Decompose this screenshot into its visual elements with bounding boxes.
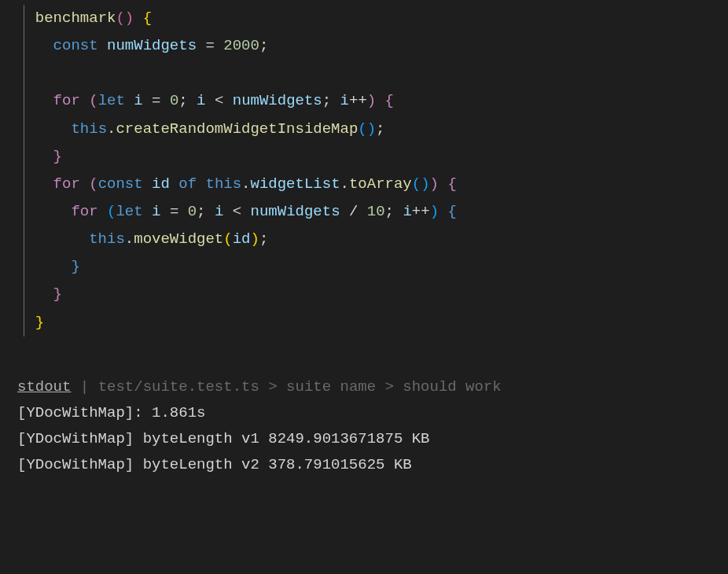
paren-close: ) xyxy=(250,230,259,248)
test-path: test/suite.test.ts > suite name > should… xyxy=(98,378,502,396)
operator-eq: = xyxy=(170,203,178,220)
variable: numWidgets xyxy=(233,92,322,109)
number: 10 xyxy=(367,203,385,220)
paren-open: ( xyxy=(358,120,366,138)
paren-open: ( xyxy=(116,9,124,27)
brace-open: { xyxy=(385,92,394,109)
dot: . xyxy=(340,175,349,193)
operator-div: / xyxy=(349,203,358,220)
operator-eq: = xyxy=(152,92,160,109)
brace-close: } xyxy=(53,285,62,303)
variable: i xyxy=(197,92,205,109)
code-line[interactable]: for (let i = 0; i < numWidgets / 10; i++… xyxy=(17,198,728,226)
method-call: toArray xyxy=(349,175,412,193)
paren-close: ) xyxy=(421,175,429,193)
operator-lt: < xyxy=(233,203,241,220)
variable: i xyxy=(152,203,160,220)
argument: id xyxy=(233,230,251,248)
brace-close: } xyxy=(35,314,44,331)
variable: i xyxy=(134,92,142,109)
keyword-for: for xyxy=(53,92,80,109)
keyword-this: this xyxy=(89,230,125,248)
code-line[interactable]: } xyxy=(17,309,728,337)
number: 0 xyxy=(170,92,178,109)
code-line[interactable]: const numWidgets = 2000; xyxy=(17,32,728,60)
keyword-const: const xyxy=(53,37,98,54)
code-line[interactable]: benchmark() { xyxy=(17,5,728,32)
paren-close: ) xyxy=(430,175,439,193)
method-call: moveWidget xyxy=(134,230,223,248)
variable: numWidgets xyxy=(251,203,340,220)
keyword-let: let xyxy=(98,92,125,109)
code-line[interactable]: for (let i = 0; i < numWidgets; i++) { xyxy=(17,87,728,115)
paren-open: ( xyxy=(223,230,232,248)
variable: numWidgets xyxy=(107,37,197,54)
semicolon: ; xyxy=(259,230,268,248)
keyword-this: this xyxy=(71,120,107,138)
paren-open: ( xyxy=(89,175,97,193)
semicolon: ; xyxy=(178,92,187,109)
number: 2000 xyxy=(223,37,259,54)
semicolon: ; xyxy=(197,203,205,220)
method-call: createRandomWidgetInsideMap xyxy=(116,120,358,138)
code-line[interactable]: this.createRandomWidgetInsideMap(); xyxy=(17,116,728,143)
paren-open: ( xyxy=(107,203,116,220)
dot: . xyxy=(107,120,116,138)
code-line[interactable]: } xyxy=(17,253,728,281)
variable: i xyxy=(340,92,349,109)
operator-inc: ++ xyxy=(412,203,430,220)
code-editor[interactable]: benchmark() { const numWidgets = 2000; f… xyxy=(0,5,728,337)
terminal-output[interactable]: stdout | test/suite.test.ts > suite name… xyxy=(0,374,728,479)
number: 0 xyxy=(188,203,197,220)
dot: . xyxy=(125,230,134,248)
variable: i xyxy=(403,203,411,220)
code-line-blank[interactable] xyxy=(17,60,728,87)
semicolon: ; xyxy=(259,37,268,54)
paren-open: ( xyxy=(412,175,421,193)
keyword-this: this xyxy=(206,175,242,193)
code-line[interactable]: } xyxy=(17,281,728,308)
dot: . xyxy=(241,175,250,193)
keyword-of: of xyxy=(178,175,197,193)
terminal-line: [YDocWithMap] byteLength v2 378.79101562… xyxy=(17,452,728,478)
pipe-separator: | xyxy=(71,378,97,396)
paren-close: ) xyxy=(367,92,376,109)
semicolon: ; xyxy=(376,120,384,138)
brace-close: } xyxy=(71,258,79,275)
operator-inc: ++ xyxy=(349,92,367,109)
paren-close: ) xyxy=(367,120,376,138)
keyword-for: for xyxy=(53,175,80,193)
brace-open: { xyxy=(447,175,456,193)
terminal-header: stdout | test/suite.test.ts > suite name… xyxy=(17,374,728,400)
keyword-const: const xyxy=(98,175,143,193)
keyword-for: for xyxy=(71,203,97,220)
code-line[interactable]: } xyxy=(17,143,728,171)
code-line[interactable]: this.moveWidget(id); xyxy=(17,226,728,253)
stdout-label: stdout xyxy=(17,378,71,396)
semicolon: ; xyxy=(322,92,331,109)
terminal-line: [YDocWithMap] byteLength v1 8249.9013671… xyxy=(17,426,728,452)
function-name: benchmark xyxy=(35,9,116,27)
paren-close: ) xyxy=(125,9,134,27)
property: widgetList xyxy=(251,175,340,193)
variable: i xyxy=(215,203,223,220)
terminal-line: [YDocWithMap]: 1.861s xyxy=(17,400,728,426)
brace-open: { xyxy=(447,203,456,220)
code-line[interactable]: for (const id of this.widgetList.toArray… xyxy=(17,171,728,198)
semicolon: ; xyxy=(385,203,394,220)
keyword-let: let xyxy=(116,203,142,220)
operator-eq: = xyxy=(205,37,214,54)
brace-open: { xyxy=(143,9,152,27)
operator-lt: < xyxy=(215,92,223,109)
paren-open: ( xyxy=(89,92,97,109)
variable: id xyxy=(152,175,170,193)
paren-close: ) xyxy=(430,203,439,220)
brace-close: } xyxy=(53,148,62,165)
